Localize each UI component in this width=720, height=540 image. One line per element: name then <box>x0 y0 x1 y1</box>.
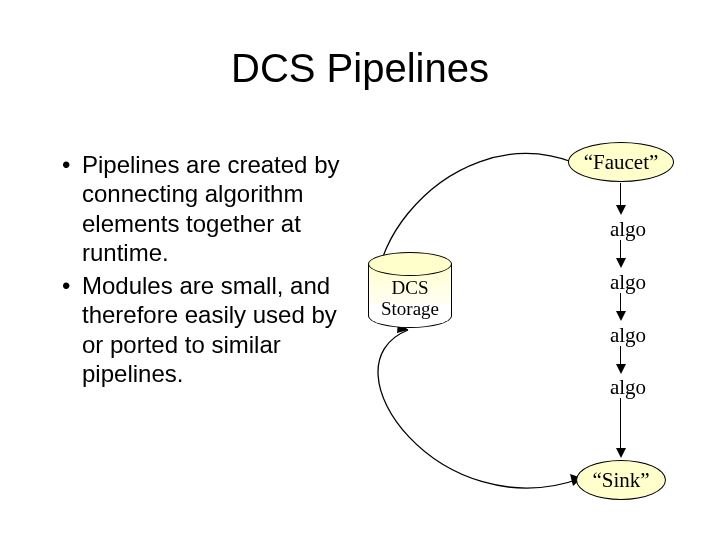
bullet-list: Pipelines are created by connecting algo… <box>60 150 360 392</box>
arrow-down-icon <box>616 364 626 374</box>
storage-label-line: Storage <box>381 298 439 319</box>
cylinder-top <box>368 252 452 276</box>
algo-node: algo <box>598 217 658 242</box>
storage-label: DCS Storage <box>368 278 452 320</box>
storage-label-line: DCS <box>392 277 429 298</box>
arrow-down-icon <box>616 311 626 321</box>
bullet-item: Pipelines are created by connecting algo… <box>60 150 360 267</box>
arrow-line <box>620 240 621 258</box>
arrow-down-icon <box>616 448 626 458</box>
arrow-down-icon <box>616 258 626 268</box>
faucet-node: “Faucet” <box>568 142 674 182</box>
storage-cylinder: DCS Storage <box>368 252 452 326</box>
arrow-line <box>620 398 621 448</box>
arrow-line <box>620 183 621 205</box>
algo-node: algo <box>598 375 658 400</box>
algo-node: algo <box>598 270 658 295</box>
bullet-item: Modules are small, and therefore easily … <box>60 271 360 388</box>
algo-node: algo <box>598 323 658 348</box>
arrow-line <box>620 293 621 311</box>
sink-label: “Sink” <box>592 468 649 493</box>
faucet-label: “Faucet” <box>584 150 659 175</box>
pipeline-diagram: “Faucet” algo algo algo algo “Sink” DCS … <box>360 130 700 510</box>
arrow-down-icon <box>616 205 626 215</box>
sink-node: “Sink” <box>576 460 666 500</box>
arrow-line <box>620 346 621 364</box>
slide-title: DCS Pipelines <box>0 46 720 91</box>
